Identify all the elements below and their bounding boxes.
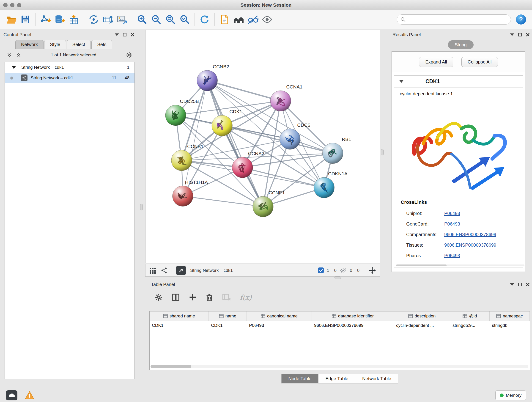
network-row-selected[interactable]: String Network – cdk1 11 48	[5, 73, 134, 83]
tab-network[interactable]: Network	[15, 40, 44, 49]
collapse-all-chevron-icon[interactable]	[7, 52, 12, 58]
column-header-description[interactable]: description	[394, 312, 450, 321]
network-node-RB1[interactable]	[322, 143, 343, 164]
network-node-CDC6[interactable]	[280, 129, 300, 149]
gear-icon[interactable]	[126, 51, 133, 58]
report-document-button[interactable]	[217, 12, 232, 27]
network-edge[interactable]	[183, 196, 263, 207]
selected-checkbox-icon[interactable]	[318, 267, 324, 274]
crosslink-link[interactable]: 9606.ENSP00000378699	[444, 232, 496, 237]
pan-move-icon[interactable]	[368, 266, 376, 274]
collapse-all-button[interactable]: Collapse All	[462, 57, 498, 67]
network-node-CCNA2[interactable]	[232, 157, 253, 178]
import-table-file-button[interactable]	[67, 12, 81, 27]
zoom-selected-button[interactable]	[177, 12, 192, 27]
window-minimize-button[interactable]	[10, 3, 14, 7]
table-row[interactable]: CDK1CDK1P064939606.ENSP00000378699cyclin…	[150, 321, 530, 330]
crosslink-link[interactable]: P06493	[444, 221, 460, 227]
column-type-icon	[219, 314, 224, 318]
zoom-out-icon	[151, 14, 162, 25]
birds-eye-view-icon[interactable]	[149, 267, 157, 274]
column-header-shared-name[interactable]: shared name	[150, 312, 209, 321]
crosslink-row: GeneCard:P06493	[401, 219, 520, 229]
window-zoom-button[interactable]	[17, 3, 21, 7]
search-box[interactable]	[397, 14, 511, 25]
tab-network-table[interactable]: Network Table	[355, 374, 398, 383]
tab-string[interactable]: String	[448, 40, 474, 49]
memory-button[interactable]: Memory	[495, 390, 526, 400]
network-table-tool-button[interactable]	[101, 12, 115, 27]
save-session-button[interactable]	[18, 12, 32, 27]
network-node-CCNB1[interactable]	[171, 150, 192, 171]
table-horizontal-scrollbar[interactable]	[151, 365, 528, 368]
search-input[interactable]	[406, 17, 507, 22]
section-collapse-icon[interactable]	[399, 80, 404, 83]
network-canvas[interactable]: CCNB2CCNA1CDC25BCDK1CDC6RB1CCNB1CCNA2CDK…	[145, 30, 380, 263]
network-node-CCNB2[interactable]	[197, 70, 218, 91]
warning-icon[interactable]	[25, 391, 34, 400]
network-node-CDC25B[interactable]	[165, 105, 186, 126]
help-button[interactable]: ?	[516, 14, 526, 25]
network-edge[interactable]	[183, 81, 207, 196]
left-splitter-handle[interactable]	[140, 204, 143, 211]
zoom-fit-button[interactable]	[163, 12, 177, 27]
column-type-icon	[408, 314, 413, 318]
string-home-button[interactable]	[232, 12, 246, 27]
import-network-file-button[interactable]	[38, 12, 52, 27]
tab-edge-table[interactable]: Edge Table	[318, 374, 355, 383]
panel-menu-icon[interactable]	[510, 33, 514, 36]
column-header-canonical-name[interactable]: canonical name	[247, 312, 312, 321]
export-image-button[interactable]	[115, 12, 129, 27]
share-network-icon[interactable]	[161, 267, 167, 274]
column-header-name[interactable]: name	[209, 312, 247, 321]
right-splitter-handle[interactable]	[381, 149, 384, 155]
horizontal-splitter-handle[interactable]	[335, 276, 341, 279]
crosslink-link[interactable]: P06493	[444, 253, 460, 258]
panel-float-icon[interactable]	[123, 33, 127, 36]
network-from-selection-button[interactable]	[87, 12, 101, 27]
crosslink-link[interactable]: P06493	[444, 211, 460, 216]
panel-close-icon[interactable]	[526, 283, 530, 287]
tab-sets[interactable]: Sets	[91, 40, 112, 49]
network-collection-row[interactable]: String Network – cdk1 1	[5, 62, 134, 73]
open-in-browser-button[interactable]	[176, 266, 186, 275]
refresh-button[interactable]	[197, 12, 212, 27]
network-node-CCNE1[interactable]	[253, 196, 273, 217]
tab-style[interactable]: Style	[44, 40, 66, 49]
import-network-database-button[interactable]	[52, 12, 67, 27]
hidden-eye-slash-icon[interactable]	[339, 267, 347, 274]
expand-all-chevron-icon[interactable]	[16, 52, 21, 58]
show-eye-button[interactable]	[260, 12, 274, 27]
results-horizontal-scrollbar[interactable]	[396, 264, 525, 266]
zoom-in-button[interactable]	[135, 12, 149, 27]
tab-node-table[interactable]: Node Table	[281, 374, 319, 383]
network-node-CDKN1A[interactable]	[314, 177, 335, 198]
panel-menu-icon[interactable]	[510, 283, 514, 286]
panel-menu-icon[interactable]	[115, 33, 119, 36]
open-session-button[interactable]	[4, 12, 18, 27]
column-header--id[interactable]: @id	[450, 312, 490, 321]
column-header-database-identifier[interactable]: database identifier	[312, 312, 394, 321]
table-cell: P06493	[247, 321, 312, 330]
window-close-button[interactable]	[3, 3, 7, 7]
delete-trash-icon[interactable]	[206, 293, 213, 301]
panel-float-icon[interactable]	[518, 33, 522, 36]
column-header-namespac[interactable]: namespac	[490, 312, 530, 321]
panel-float-icon[interactable]	[518, 283, 522, 286]
network-node-CCNA1[interactable]	[270, 90, 291, 111]
show-columns-icon[interactable]	[172, 293, 180, 301]
panel-close-icon[interactable]	[526, 33, 530, 37]
expand-all-button[interactable]: Expand All	[419, 57, 453, 67]
add-column-plus-icon[interactable]	[189, 293, 197, 301]
network-node-HIST1H1A[interactable]	[172, 186, 193, 206]
crosslink-link[interactable]: 9606.ENSP00000378699	[444, 242, 496, 248]
zoom-out-button[interactable]	[149, 12, 163, 27]
tree-expand-icon[interactable]	[12, 66, 16, 69]
hide-glasses-button[interactable]	[246, 12, 260, 27]
network-node-CDK1[interactable]	[212, 115, 232, 136]
table-settings-gear-icon[interactable]	[155, 293, 163, 301]
network-edge[interactable]	[207, 81, 263, 207]
panel-close-icon[interactable]	[131, 33, 134, 37]
cloud-button[interactable]	[6, 390, 17, 400]
tab-select[interactable]: Select	[67, 40, 91, 49]
